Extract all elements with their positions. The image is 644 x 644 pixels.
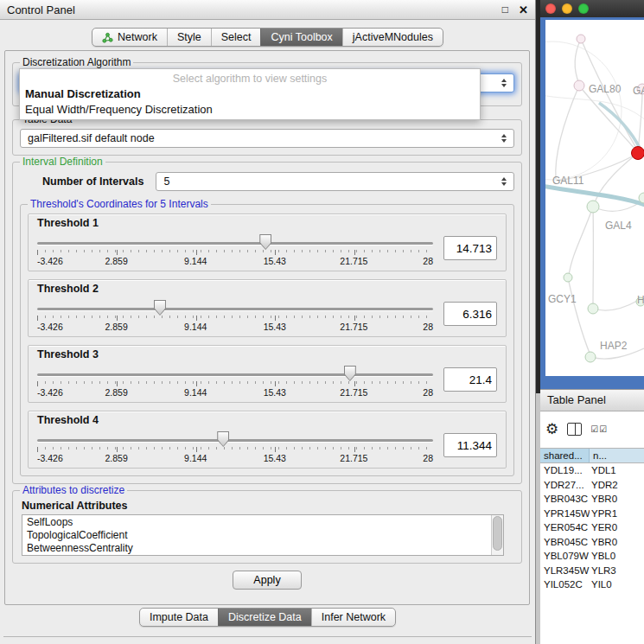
slider-ticks	[37, 250, 433, 255]
table-row[interactable]: YBR045CYBR0	[540, 535, 644, 550]
table-cell: YBL0	[590, 549, 644, 564]
table-cell: YLR345W	[540, 564, 590, 578]
network-canvas[interactable]: GAL80GAGAL11GAL4GCY1HHAP2	[545, 20, 644, 376]
tab-impute-data[interactable]: Impute Data	[140, 609, 218, 626]
slider-track[interactable]	[37, 373, 433, 376]
list-scrollbar[interactable]	[491, 515, 503, 555]
table-row[interactable]: YBL079WYBL0	[540, 549, 644, 564]
tab-label: Select	[221, 31, 252, 43]
tick-label: 15.43	[264, 256, 286, 266]
threshold-label: Threshold 2	[37, 283, 497, 295]
columns-icon[interactable]	[567, 423, 582, 436]
screen: Control Panel □ ✕ Network	[0, 0, 644, 644]
discretization-algorithm-area: Discretization Algorithm Select algorith…	[12, 56, 522, 113]
attribute-list-item[interactable]: BetweennessCentrality	[27, 542, 503, 555]
table-panel-title: Table Panel	[547, 393, 606, 406]
tick-label: 21.715	[340, 322, 367, 332]
threshold-3-slider[interactable]: -3.4262.8599.14415.4321.71528	[37, 361, 433, 398]
spinner-arrows-icon	[498, 177, 510, 186]
table-data-combobox[interactable]: galFiltered.sif default node	[20, 129, 514, 148]
tab-style[interactable]: Style	[167, 29, 211, 46]
threshold-3-value-input[interactable]	[443, 367, 497, 392]
threshold-1-value-input[interactable]	[443, 236, 497, 260]
select-columns-icon[interactable]: ☑☑	[590, 424, 608, 434]
slider-tick-labels: -3.4262.8599.14415.4321.71528	[37, 387, 433, 398]
column-header-shared-name[interactable]: shared...	[540, 449, 590, 462]
slider-track[interactable]	[37, 242, 433, 245]
tab-network[interactable]: Network	[92, 29, 167, 46]
threshold-1-slider[interactable]: -3.4262.8599.14415.4321.71528	[37, 230, 433, 266]
slider-thumb[interactable]	[217, 431, 229, 447]
group-label: Interval Definition	[20, 156, 105, 168]
table-cell: YIL0	[590, 577, 644, 592]
slider-track[interactable]	[37, 308, 433, 310]
tick-label: 2.859	[105, 322, 127, 332]
apply-button[interactable]: Apply	[233, 571, 302, 590]
close-window-icon[interactable]: ✕	[519, 3, 528, 16]
network-node[interactable]	[632, 147, 644, 160]
close-traffic-light-icon[interactable]	[545, 3, 556, 14]
tab-infer-network[interactable]: Infer Network	[311, 609, 395, 626]
node-table-body: YDL19...YDL1YDR27...YDR2YBR043CYBR0YPR14…	[540, 463, 644, 592]
slider-tick-labels: -3.4262.8599.14415.4321.71528	[37, 322, 433, 332]
group-label: Attributes to discretize	[20, 484, 127, 496]
network-node[interactable]	[588, 303, 598, 314]
table-row[interactable]: YPR145WYPR1	[540, 507, 644, 521]
slider-thumb[interactable]	[154, 300, 166, 316]
table-cell: YDR27...	[540, 478, 590, 493]
gear-icon[interactable]: ⚙	[545, 422, 558, 437]
network-node[interactable]	[577, 35, 585, 43]
numerical-attributes-list: SelfLoopsTopologicalCoefficientBetweenne…	[22, 514, 504, 556]
slider-track[interactable]	[37, 439, 433, 442]
threshold-2-slider[interactable]: -3.4262.8599.14415.4321.71528	[37, 296, 433, 332]
zoom-traffic-light-icon[interactable]	[578, 3, 589, 14]
numerical-attributes-label: Numerical Attributes	[22, 500, 514, 512]
slider-thumb[interactable]	[259, 234, 271, 250]
attribute-list-item[interactable]: SelfLoops	[27, 516, 503, 529]
tab-label: Infer Network	[322, 611, 386, 623]
tab-jactivemnodules[interactable]: jActiveMNodules	[342, 29, 443, 46]
num-intervals-value: 5	[163, 175, 498, 188]
control-panel-titlebar: Control Panel □ ✕	[0, 0, 535, 20]
tick-label: 9.144	[184, 453, 207, 463]
table-row[interactable]: YDL19...YDL1	[540, 463, 644, 478]
dropdown-option-equal-width-frequency[interactable]: Equal Width/Frequency Discretization	[20, 102, 480, 118]
minimize-traffic-light-icon[interactable]	[562, 3, 572, 14]
network-node[interactable]	[587, 201, 599, 213]
network-node[interactable]	[574, 80, 584, 91]
tick-label: 9.144	[184, 322, 207, 332]
tab-label: jActiveMNodules	[353, 31, 433, 43]
tab-discretize-data[interactable]: Discretize Data	[218, 609, 311, 626]
tab-label: Network	[118, 31, 157, 43]
attribute-list-item[interactable]: TopologicalCoefficient	[27, 529, 503, 542]
network-node[interactable]	[564, 273, 572, 282]
attributes-to-discretize-group: Attributes to discretize Numerical Attri…	[12, 484, 522, 564]
scrollbar-thumb[interactable]	[493, 516, 502, 551]
threshold-1-panel: Threshold 1 -3.4262.8599.14415.4321.7152…	[28, 214, 507, 271]
num-intervals-spinner[interactable]: 5	[156, 172, 514, 191]
threshold-4-slider[interactable]: -3.4262.8599.14415.4321.71528	[37, 427, 433, 463]
table-cell: YBR0	[590, 535, 644, 550]
tick-label: 28	[423, 256, 433, 266]
table-row[interactable]: YER054CYER0	[540, 520, 644, 535]
tick-label: 15.43	[264, 453, 286, 463]
tab-cyni-toolbox[interactable]: Cyni Toolbox	[260, 29, 341, 46]
dropdown-option-manual-discretization[interactable]: Manual Discretization	[20, 86, 480, 102]
network-node-label: HAP2	[600, 340, 628, 352]
tab-select[interactable]: Select	[211, 29, 261, 46]
threshold-2-value-input[interactable]	[443, 302, 497, 326]
table-row[interactable]: YDR27...YDR2	[540, 478, 644, 493]
threshold-4-value-input[interactable]	[443, 433, 497, 457]
table-row[interactable]: YIL052CYIL0	[540, 577, 644, 592]
column-header-name[interactable]: n...	[590, 449, 644, 462]
table-row[interactable]: YBR043CYBR0	[540, 492, 644, 507]
slider-thumb[interactable]	[344, 366, 356, 381]
network-node[interactable]	[585, 352, 596, 362]
table-row[interactable]: YLR345WYLR3	[540, 564, 644, 578]
background-arcs	[545, 41, 644, 180]
top-tab-bar: Network Style Select Cyni Toolbox jActiv…	[0, 28, 535, 47]
float-window-icon[interactable]: □	[502, 3, 508, 16]
thresholds-group: Threshold's Coordinates for 5 Intervals …	[20, 198, 514, 476]
combobox-arrows-icon	[498, 79, 510, 87]
table-cell: YIL052C	[540, 577, 590, 592]
